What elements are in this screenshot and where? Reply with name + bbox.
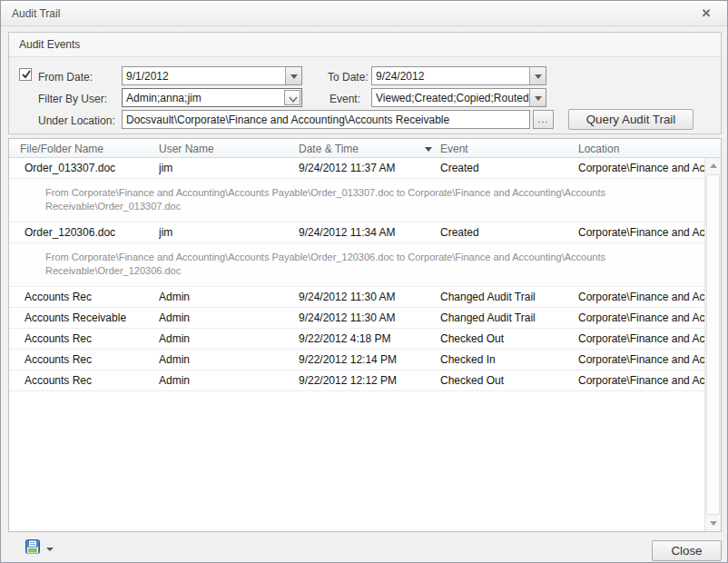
cell-name: Accounts Receivable (25, 311, 150, 324)
table-row[interactable]: Order_120306.docjim9/24/2012 11:34 AMCre… (9, 222, 704, 243)
cell-event: Created (440, 162, 575, 174)
event-value: Viewed;Created;Copied;Routed (376, 92, 528, 104)
browse-location-button[interactable]: ... (533, 110, 554, 129)
to-date-input[interactable]: 9/24/2012 (371, 66, 546, 85)
to-date-label: To Date: (328, 71, 369, 84)
to-date-value: 9/24/2012 (376, 70, 424, 83)
scroll-down-icon[interactable] (706, 516, 720, 530)
scroll-up-icon[interactable] (706, 159, 720, 173)
cell-datetime: 9/24/2012 11:30 AM (299, 311, 435, 324)
col-header-user-name[interactable]: User Name (159, 143, 214, 155)
vertical-scrollbar[interactable] (704, 158, 721, 531)
audit-detail-row: From Corporate\Finance and Accounting\Ac… (9, 179, 704, 222)
cell-user: Admin (159, 311, 295, 324)
table-row[interactable]: Accounts RecAdmin9/22/2012 4:18 PMChecke… (9, 329, 704, 350)
groupbox-title: Audit Events (19, 38, 80, 51)
audit-results-table: File/Folder Name User Name Date & Time E… (8, 138, 722, 532)
cell-location: Corporate\Finance and Ac (578, 226, 704, 239)
under-location-input[interactable]: Docsvault\Corporate\Finance and Accounti… (122, 110, 530, 129)
col-header-file-folder-name[interactable]: File/Folder Name (20, 143, 103, 155)
cell-name: Order_120306.doc (25, 226, 150, 239)
sort-descending-icon (425, 147, 432, 152)
cell-event: Checked Out (440, 374, 575, 387)
cell-event: Created (440, 226, 575, 239)
audit-detail-row: From Corporate\Finance and Accounting\Ac… (9, 243, 704, 287)
cell-datetime: 9/22/2012 12:12 PM (299, 374, 435, 387)
audit-trail-dialog: Audit Trail ✕ Audit Events From Date: 9/… (0, 0, 728, 563)
cell-location: Corporate\Finance and Ac (578, 353, 704, 366)
cell-location: Corporate\Finance and Ac (578, 291, 704, 303)
cell-event: Checked In (440, 353, 575, 366)
under-location-label: Under Location: (38, 114, 115, 127)
cell-datetime: 9/24/2012 11:30 AM (299, 291, 435, 303)
cell-datetime: 9/24/2012 11:37 AM (299, 162, 435, 174)
audit-table-body: Order_013307.docjim9/24/2012 11:37 AMCre… (9, 158, 704, 531)
event-label: Event: (330, 93, 360, 105)
table-header: File/Folder Name User Name Date & Time E… (9, 139, 721, 158)
cell-event: Changed Audit Trail (440, 291, 575, 303)
cell-datetime: 9/22/2012 4:18 PM (299, 332, 435, 345)
close-button[interactable]: Close (652, 540, 722, 561)
filter-by-user-combo[interactable]: Admin;anna;jim (122, 88, 302, 107)
col-header-event[interactable]: Event (440, 143, 468, 155)
check-icon (20, 68, 33, 81)
from-date-dropdown-icon[interactable] (285, 67, 301, 84)
save-floppy-icon (25, 538, 41, 555)
event-dropdown-icon[interactable] (529, 89, 546, 106)
col-header-location[interactable]: Location (578, 143, 619, 155)
cell-location: Corporate\Finance and Ac (578, 311, 704, 324)
cell-location: Corporate\Finance and Ac (578, 374, 704, 387)
table-row[interactable]: Accounts RecAdmin9/22/2012 12:14 PMCheck… (9, 350, 704, 370)
cell-name: Accounts Rec (25, 374, 150, 387)
table-row[interactable]: Order_013307.docjim9/24/2012 11:37 AMCre… (9, 158, 704, 179)
col-header-date-time[interactable]: Date & Time (299, 143, 359, 155)
table-row[interactable]: Accounts RecAdmin9/22/2012 12:12 PMCheck… (9, 370, 704, 391)
cell-location: Corporate\Finance and Ac (578, 162, 704, 174)
table-row[interactable]: Accounts ReceivableAdmin9/24/2012 11:30 … (9, 308, 704, 329)
cell-event: Checked Out (440, 332, 575, 345)
user-combo-chevron-icon[interactable] (284, 90, 300, 105)
to-date-dropdown-icon[interactable] (529, 67, 546, 84)
from-date-input[interactable]: 9/1/2012 (122, 66, 302, 85)
from-date-value: 9/1/2012 (126, 70, 169, 83)
from-date-label: From Date: (38, 71, 93, 84)
cell-name: Accounts Rec (25, 291, 150, 303)
cell-datetime: 9/22/2012 12:14 PM (299, 353, 435, 366)
close-icon[interactable]: ✕ (698, 6, 714, 21)
export-save-button[interactable] (25, 538, 55, 560)
window-title: Audit Trail (12, 7, 60, 20)
scrollbar-thumb[interactable] (706, 174, 720, 515)
cell-user: Admin (159, 353, 295, 366)
cell-event: Changed Audit Trail (440, 311, 575, 324)
query-audit-trail-button[interactable]: Query Audit Trail (568, 109, 694, 130)
filter-by-user-label: Filter By User: (38, 93, 107, 105)
cell-name: Accounts Rec (25, 332, 150, 345)
cell-user: Admin (159, 291, 295, 303)
cell-user: Admin (159, 374, 295, 387)
cell-name: Order_013307.doc (25, 162, 150, 174)
cell-user: Admin (159, 332, 295, 345)
cell-user: jim (159, 226, 295, 239)
filter-by-user-value: Admin;anna;jim (126, 92, 202, 104)
cell-user: jim (159, 162, 295, 174)
cell-location: Corporate\Finance and Ac (578, 332, 704, 345)
groupbox-header: Audit Events (9, 33, 721, 57)
export-dropdown-icon[interactable] (46, 548, 54, 551)
date-filter-checkbox[interactable] (19, 68, 32, 81)
cell-datetime: 9/24/2012 11:34 AM (299, 226, 435, 239)
cell-name: Accounts Rec (25, 353, 150, 366)
titlebar: Audit Trail ✕ (1, 1, 727, 26)
table-row[interactable]: Accounts RecAdmin9/24/2012 11:30 AMChang… (9, 287, 704, 308)
under-location-value: Docsvault\Corporate\Finance and Accounti… (126, 114, 449, 126)
event-combo[interactable]: Viewed;Created;Copied;Routed (371, 88, 546, 107)
